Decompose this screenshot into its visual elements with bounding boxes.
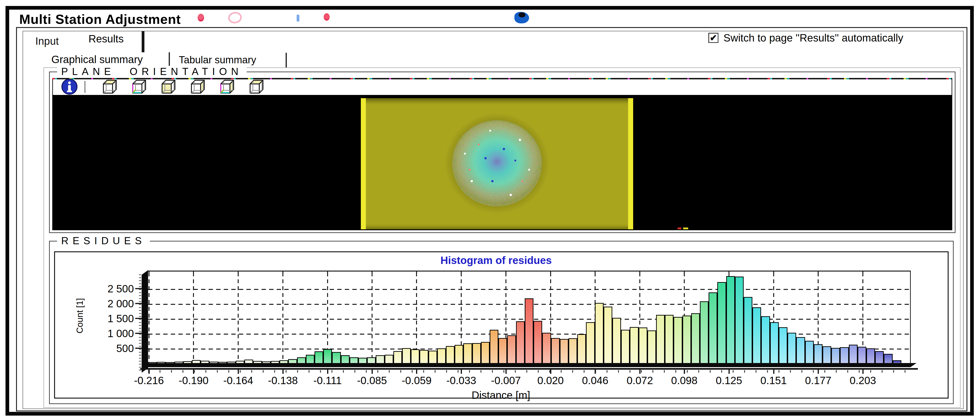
histogram-bar xyxy=(411,349,420,364)
x-tick xyxy=(461,370,462,374)
histogram-bar xyxy=(858,347,866,364)
histogram-bar xyxy=(682,316,691,364)
tab-results[interactable]: Results xyxy=(85,33,127,45)
x-tick-label: 0.046 xyxy=(570,374,620,387)
histogram-bar xyxy=(831,348,840,364)
autoswitch-checkbox[interactable]: ✔ xyxy=(708,33,718,43)
histogram-bar xyxy=(884,354,892,364)
cube-view-iso-axes-icon[interactable] xyxy=(130,79,148,95)
autoswitch-checkbox-row: ✔ Switch to page ''Results'' automatical… xyxy=(708,32,903,44)
view-toolbar xyxy=(52,78,952,96)
histogram-bar xyxy=(673,317,682,364)
toolbar-separator xyxy=(84,81,86,93)
histogram-bar xyxy=(875,351,884,364)
histogram-bar xyxy=(367,357,376,364)
tab-graphical-summary[interactable]: Graphical summary xyxy=(48,53,146,65)
x-tick xyxy=(372,370,373,374)
residues-title: RESIDUES xyxy=(57,235,150,247)
cube-view-front-icon[interactable] xyxy=(160,79,177,95)
histogram-bar xyxy=(306,355,315,364)
histogram-bar xyxy=(341,355,350,364)
viewport-artifact xyxy=(678,228,681,230)
y-tick-label: 2 500 xyxy=(70,282,134,295)
point-cloud-render xyxy=(444,112,550,215)
y-tick xyxy=(135,347,142,349)
tab-input[interactable]: Input xyxy=(32,35,62,47)
cube-view-right-icon xyxy=(189,78,207,96)
viewport-artifact xyxy=(683,228,688,230)
histogram-bar xyxy=(621,330,630,364)
x-tick xyxy=(595,370,596,374)
histogram-bar xyxy=(779,327,788,364)
x-tick-label: 0.151 xyxy=(748,374,799,387)
histogram-bar xyxy=(805,341,814,364)
cube-view-right-icon[interactable] xyxy=(189,79,207,95)
annotation-red-dot-icon xyxy=(197,14,204,22)
cube-view-top-icon[interactable] xyxy=(101,79,119,95)
x-tick-label: -0.164 xyxy=(213,374,263,387)
annotation-red-dot-icon xyxy=(324,13,330,21)
subtab-separator xyxy=(169,52,170,67)
tab-tabular-summary[interactable]: Tabular summary xyxy=(176,54,259,65)
y-tick xyxy=(135,318,142,319)
histogram-bar xyxy=(463,343,472,364)
histogram-bar xyxy=(560,339,568,364)
histogram-bar xyxy=(814,344,822,364)
histogram-bar xyxy=(700,301,709,364)
histogram-bar xyxy=(516,321,525,364)
cube-view-front-icon xyxy=(160,78,177,96)
cube-view-left-icon[interactable] xyxy=(248,79,265,95)
x-tick-label: -0.033 xyxy=(436,374,487,387)
info-icon[interactable] xyxy=(61,79,78,95)
x-tick-label: -0.138 xyxy=(258,374,308,387)
histogram-bar xyxy=(586,322,595,364)
histogram-bar xyxy=(796,337,805,364)
cube-view-top-icon xyxy=(101,78,119,96)
x-axis-line xyxy=(140,368,918,370)
y-axis-3d-wall xyxy=(142,270,148,373)
x-tick-label: -0.085 xyxy=(347,374,397,387)
histogram-bar xyxy=(455,345,463,364)
x-tick-label: 0.125 xyxy=(704,374,754,387)
x-tick xyxy=(550,370,551,374)
histogram-bar xyxy=(726,276,735,364)
histogram-bar xyxy=(717,282,726,364)
histogram-bar xyxy=(446,346,455,364)
histogram-bar xyxy=(849,345,858,364)
histogram-bar xyxy=(735,277,744,364)
cube-view-axes-right-icon xyxy=(218,78,236,96)
histogram-bar xyxy=(525,298,533,364)
x-tick-label: -0.190 xyxy=(168,374,219,387)
y-tick-label: 1 500 xyxy=(70,312,134,325)
x-tick-label: -0.007 xyxy=(481,374,531,387)
3d-viewport[interactable] xyxy=(52,95,952,230)
histogram-bar xyxy=(665,315,673,364)
cube-view-iso-axes-icon xyxy=(130,78,148,96)
histogram-bar xyxy=(639,327,648,364)
histogram-bar xyxy=(709,292,717,364)
checkmark-icon: ✔ xyxy=(710,33,717,43)
x-tick xyxy=(238,370,239,374)
x-tick xyxy=(416,370,417,374)
annotation-blue-mark-icon xyxy=(297,15,299,22)
cube-view-axes-right-icon[interactable] xyxy=(218,79,236,95)
histogram-bar xyxy=(350,357,358,364)
histogram-bar xyxy=(393,351,402,364)
histogram-bar xyxy=(490,330,498,364)
histogram-bar xyxy=(752,307,761,364)
subtab-separator xyxy=(286,53,287,67)
histogram-bar xyxy=(648,330,656,364)
point-cloud xyxy=(444,112,550,215)
y-tick-label: 500 xyxy=(70,342,134,355)
histogram-bar xyxy=(315,351,323,364)
x-tick xyxy=(684,370,685,374)
histogram-chart-panel: Histogram of residues Count [1] -0.216-0… xyxy=(54,251,948,398)
adjusted-plane xyxy=(361,98,633,230)
y-tick-label: 2 000 xyxy=(70,297,134,310)
x-tick xyxy=(818,370,819,374)
histogram-bar xyxy=(385,355,393,364)
histogram-bar xyxy=(761,316,770,364)
x-tick xyxy=(862,370,864,374)
x-axis-title: Distance [m] xyxy=(386,389,616,401)
chart-title: Histogram of residues xyxy=(382,254,611,266)
